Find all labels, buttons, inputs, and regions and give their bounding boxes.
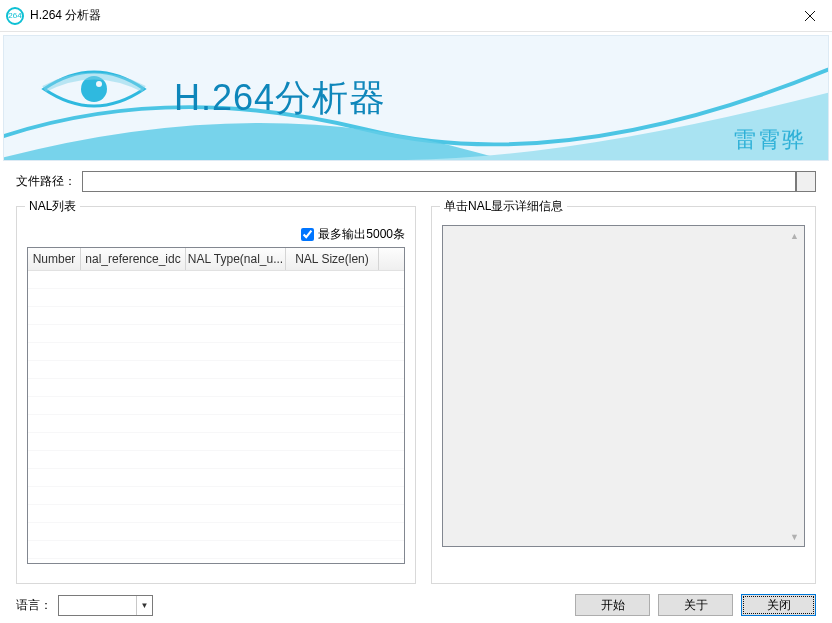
nal-table-header: Number nal_reference_idc NAL Type(nal_u.… [28, 248, 404, 271]
language-select[interactable]: ▼ [58, 595, 153, 616]
nal-list-group: NAL列表 最多输出5000条 Number nal_reference_idc… [16, 206, 416, 584]
window-titlebar: 264 H.264 分析器 [0, 0, 832, 32]
col-refidc[interactable]: nal_reference_idc [81, 248, 186, 270]
start-button[interactable]: 开始 [575, 594, 650, 616]
filepath-input[interactable] [82, 171, 796, 192]
col-nalsize[interactable]: NAL Size(len) [286, 248, 379, 270]
detail-scrollbar[interactable]: ▲ ▼ [786, 227, 803, 545]
language-label: 语言： [16, 597, 52, 614]
col-spare[interactable] [379, 248, 404, 270]
app-banner: H.264分析器 雷霄骅 [3, 35, 829, 161]
window-close-button[interactable] [787, 0, 832, 32]
max-output-label: 最多输出5000条 [318, 226, 405, 243]
close-button[interactable]: 关闭 [741, 594, 816, 616]
nal-detail-legend: 单击NAL显示详细信息 [440, 198, 567, 215]
col-naltype[interactable]: NAL Type(nal_u... [186, 248, 286, 270]
nal-table[interactable]: Number nal_reference_idc NAL Type(nal_u.… [27, 247, 405, 564]
eye-logo-icon [39, 61, 149, 119]
app-author: 雷霄骅 [734, 125, 806, 155]
window-title: H.264 分析器 [30, 7, 101, 24]
app-icon: 264 [6, 7, 24, 25]
dropdown-arrow-icon: ▼ [136, 596, 152, 615]
nal-list-legend: NAL列表 [25, 198, 80, 215]
max-output-checkbox[interactable] [301, 228, 314, 241]
nal-table-body[interactable] [28, 271, 404, 563]
scroll-down-icon[interactable]: ▼ [786, 528, 803, 545]
scroll-up-icon[interactable]: ▲ [786, 227, 803, 244]
nal-detail-textarea[interactable]: ▲ ▼ [442, 225, 805, 547]
app-title: H.264分析器 [174, 74, 386, 123]
nal-detail-group: 单击NAL显示详细信息 ▲ ▼ [431, 206, 816, 584]
about-button[interactable]: 关于 [658, 594, 733, 616]
col-number[interactable]: Number [28, 248, 81, 270]
filepath-label: 文件路径： [16, 173, 76, 190]
svg-point-3 [96, 81, 102, 87]
close-icon [805, 11, 815, 21]
browse-button[interactable] [796, 171, 816, 192]
